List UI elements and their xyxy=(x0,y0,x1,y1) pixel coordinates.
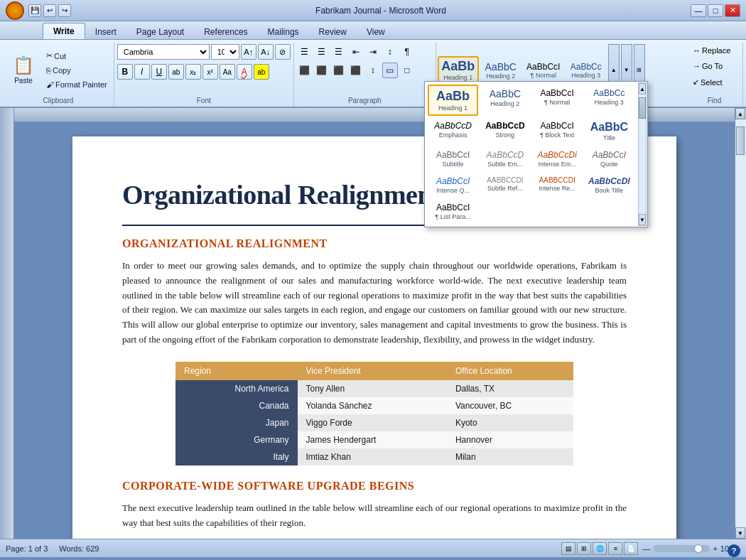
center-button[interactable]: ⬛ xyxy=(314,63,330,78)
scroll-thumb[interactable] xyxy=(736,126,745,155)
sort-button[interactable]: ↕ xyxy=(382,44,398,60)
clear-format-button[interactable]: ⊘ xyxy=(275,44,291,60)
zoom-slider[interactable] xyxy=(653,545,710,552)
style-heading3[interactable]: AaBbCc Heading 3 xyxy=(566,59,607,82)
styles-dropdown-popup: AaBb Heading 1 AaBbC Heading 2 AaBbCcI ¶… xyxy=(424,81,648,227)
strikethrough-button[interactable]: ab xyxy=(168,64,184,80)
vp-cell: James Hendergart xyxy=(298,431,447,448)
dropdown-intense-em[interactable]: AaBbCcDi Intense Em... xyxy=(532,146,583,171)
dropdown-subtitle[interactable]: AaBbCcI Subtitle xyxy=(428,146,478,171)
style-normal[interactable]: AaBbCcI ¶ Normal xyxy=(523,59,564,82)
tab-insert[interactable]: Insert xyxy=(85,24,126,39)
minimize-button[interactable]: — xyxy=(691,4,706,17)
zoom-minus[interactable]: — xyxy=(642,544,650,553)
page-count: Page: 1 of 3 xyxy=(6,544,48,553)
close-button[interactable]: ✕ xyxy=(725,4,740,17)
vertical-scrollbar[interactable]: ▲ ▼ xyxy=(735,108,746,539)
underline-button[interactable]: U xyxy=(151,64,167,80)
view-buttons: ▤ ⊞ 🌐 ≡ 📄 xyxy=(561,542,638,555)
font-name-select[interactable]: Cambria xyxy=(117,44,210,60)
zoom-plus[interactable]: + xyxy=(713,544,717,553)
draft-button[interactable]: 📄 xyxy=(624,542,638,555)
office-cell: Dallas, TX xyxy=(447,380,573,397)
bold-button[interactable]: B xyxy=(117,64,133,80)
dropdown-quote[interactable]: AaBbCcI Quote xyxy=(584,146,634,171)
outline-button[interactable]: ≡ xyxy=(608,542,622,555)
italic-button[interactable]: I xyxy=(134,64,150,80)
dropdown-heading3[interactable]: AaBbCc Heading 3 xyxy=(584,85,634,116)
font-color-button[interactable]: A xyxy=(237,64,252,80)
select-button[interactable]: ↙ Select xyxy=(689,75,726,89)
multilevel-button[interactable]: ☰ xyxy=(331,44,347,60)
goto-button[interactable]: → Go To xyxy=(689,60,726,72)
dropdown-strong[interactable]: AaBbCcD Strong xyxy=(480,117,530,145)
align-left-button[interactable]: ⬛ xyxy=(297,63,313,78)
web-layout-button[interactable]: 🌐 xyxy=(593,542,607,555)
dropdown-intense-re[interactable]: AaBbCcDi Intense Re... xyxy=(532,173,583,198)
title-bar-left: 💾 ↩ ↪ xyxy=(6,1,71,20)
dropdown-heading2[interactable]: AaBbC Heading 2 xyxy=(480,85,530,116)
editing-content: ↔ Replace → Go To ↙ Select xyxy=(689,44,740,96)
dropdown-intense-q[interactable]: AaBbCcI Intense Q... xyxy=(428,173,478,198)
borders-button[interactable]: □ xyxy=(399,63,415,78)
replace-button[interactable]: ↔ Replace xyxy=(689,44,734,57)
region-cell: Japan xyxy=(175,414,298,431)
full-screen-button[interactable]: ⊞ xyxy=(577,542,591,555)
subscript-button[interactable]: x₂ xyxy=(185,64,201,80)
title-text: Fabrikam Journal - Microsoft Word xyxy=(71,6,691,16)
change-case-button[interactable]: Aa xyxy=(220,64,235,80)
superscript-button[interactable]: x² xyxy=(202,64,218,80)
dropdown-list-para[interactable]: AaBbCcI ¶ List Para... xyxy=(428,199,478,224)
dropdown-scrollbar[interactable]: ▲ ▼ xyxy=(638,82,647,226)
print-layout-button[interactable]: ▤ xyxy=(561,542,575,555)
dropdown-block-text[interactable]: AaBbCcI ¶ Block Text xyxy=(532,117,583,145)
tab-view[interactable]: View xyxy=(357,24,395,39)
show-hide-button[interactable]: ¶ xyxy=(399,44,415,60)
numbering-button[interactable]: ☰ xyxy=(314,44,330,60)
increase-font-button[interactable]: A↑ xyxy=(241,44,256,60)
tab-references[interactable]: References xyxy=(194,24,257,39)
dropdown-scroll-up[interactable]: ▲ xyxy=(639,83,646,95)
highlight-button[interactable]: ab xyxy=(254,64,269,80)
font-label: Font xyxy=(117,96,291,105)
format-painter-button[interactable]: 🖌Format Painter xyxy=(43,78,111,91)
paste-button[interactable]: 📋 Paste xyxy=(6,46,41,95)
style-heading1[interactable]: AaBb Heading 1 xyxy=(438,56,479,84)
bullets-button[interactable]: ☰ xyxy=(297,44,313,60)
dropdown-scroll-thumb[interactable] xyxy=(639,97,646,119)
status-right: ▤ ⊞ 🌐 ≡ 📄 — + 100% xyxy=(561,542,740,555)
dropdown-subtle-em[interactable]: AaBbCcD Subtle Em... xyxy=(480,146,530,171)
scroll-down-button[interactable]: ▼ xyxy=(735,527,745,539)
zoom-thumb[interactable] xyxy=(694,544,703,553)
quick-access-toolbar: 💾 ↩ ↪ xyxy=(28,4,71,17)
font-size-select[interactable]: 10 xyxy=(211,44,239,60)
decrease-indent-button[interactable]: ⇤ xyxy=(348,44,364,60)
decrease-font-button[interactable]: A↓ xyxy=(258,44,274,60)
justify-button[interactable]: ⬛ xyxy=(348,63,364,78)
dropdown-normal[interactable]: AaBbCcI ¶ Normal xyxy=(532,85,583,116)
tab-review[interactable]: Review xyxy=(309,24,357,39)
tab-mailings[interactable]: Mailings xyxy=(258,24,309,39)
redo-button[interactable]: ↪ xyxy=(58,4,71,17)
line-spacing-button[interactable]: ↕ xyxy=(365,63,381,78)
cut-button[interactable]: ✂Cut xyxy=(43,49,111,63)
dropdown-book-title[interactable]: AaBbCcDl Book Title xyxy=(584,173,634,198)
shading-button[interactable]: ▭ xyxy=(382,63,398,78)
dropdown-emphasis[interactable]: AaBbCcD Emphasis xyxy=(428,117,478,145)
dropdown-heading1[interactable]: AaBb Heading 1 xyxy=(428,85,478,116)
copy-button[interactable]: ⎘Copy xyxy=(43,64,111,77)
office-button[interactable] xyxy=(6,1,24,20)
increase-indent-button[interactable]: ⇥ xyxy=(365,44,381,60)
help-button[interactable]: ? xyxy=(728,544,740,557)
dropdown-subtle-ref[interactable]: AaBbCcDi Subtle Ref... xyxy=(480,173,530,198)
maximize-button[interactable]: □ xyxy=(708,4,723,17)
align-right-button[interactable]: ⬛ xyxy=(331,63,347,78)
undo-button[interactable]: ↩ xyxy=(43,4,56,17)
save-button[interactable]: 💾 xyxy=(28,4,41,17)
tab-write[interactable]: Write xyxy=(43,23,85,39)
dropdown-scroll-down[interactable]: ▼ xyxy=(639,214,646,225)
style-heading2[interactable]: AaBbC Heading 2 xyxy=(480,58,521,82)
dropdown-title[interactable]: AaBbC Title xyxy=(584,117,634,145)
tab-page-layout[interactable]: Page Layout xyxy=(126,24,194,39)
scroll-up-button[interactable]: ▲ xyxy=(735,108,745,119)
